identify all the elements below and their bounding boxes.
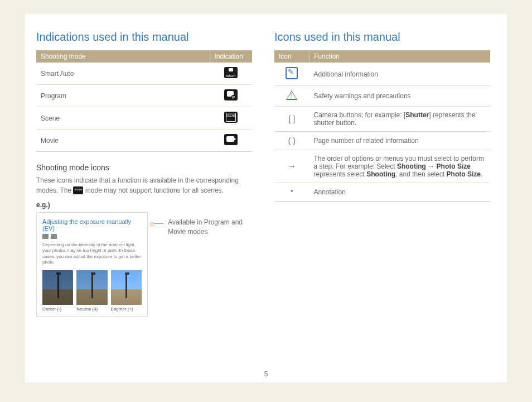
example-box: Adjusting the exposure manually (EV) Dep… <box>36 212 148 317</box>
warning-icon <box>286 90 297 100</box>
table-row: ( ) Page number of related information <box>274 132 490 150</box>
indication-cell <box>210 130 252 152</box>
example-title-text: Adjusting the exposure manually (EV) <box>42 218 142 232</box>
manual-page: Indications used in this manual Shooting… <box>25 14 507 382</box>
function-cell: Additional information <box>309 63 491 86</box>
right-heading: Icons used in this manual <box>274 31 490 44</box>
th-function: Function <box>309 50 491 63</box>
example-wrapper: Adjusting the exposure manually (EV) Dep… <box>36 212 252 317</box>
indication-cell <box>210 85 252 107</box>
function-cell: Camera buttons; for example: [Shutter] r… <box>309 107 491 132</box>
function-cell: Safety warnings and precautions <box>309 86 491 107</box>
star-symbol: * <box>274 183 309 202</box>
mode-cell: Movie <box>36 130 210 152</box>
thumb-image <box>42 270 73 305</box>
callout-text: Available in Program and Movie modes <box>168 218 252 237</box>
table-row: [ ] Camera buttons; for example: [Shutte… <box>274 107 490 132</box>
table-row: * Annotation <box>274 183 490 202</box>
bold-text: Photo Size <box>447 170 481 178</box>
thumb-label: Darker (-) <box>42 307 73 312</box>
desc-text-after: mode may not support functions for all s… <box>85 186 224 194</box>
text: represents select <box>314 170 367 178</box>
bold-text: Photo Size <box>437 162 471 170</box>
thumb-label: Brighter (+) <box>111 307 142 312</box>
table-row: → The order of options or menus you must… <box>274 150 490 183</box>
scene-inline-icon <box>73 186 83 194</box>
text: Camera buttons; for example: [ <box>314 111 406 119</box>
parens-symbol: ( ) <box>274 132 309 150</box>
bold-text: Shooting <box>366 170 395 178</box>
arrow-symbol: → <box>274 150 309 183</box>
th-icon: Icon <box>274 50 309 63</box>
right-column: Icons used in this manual Icon Function … <box>274 31 490 377</box>
example-title: Adjusting the exposure manually (EV) <box>42 218 142 239</box>
table-row: Movie <box>36 130 252 152</box>
table-header-row: Shooting mode Indication <box>36 50 252 63</box>
mode-cell: Scene <box>36 107 210 130</box>
table-row: Scene <box>36 107 252 130</box>
mode-cell: Smart Auto <box>36 63 210 85</box>
th-shooting-mode: Shooting mode <box>36 50 210 63</box>
example-desc: Depending on the intensity of the ambien… <box>42 242 142 266</box>
thumb-image <box>111 270 142 305</box>
table-header-row: Icon Function <box>274 50 490 63</box>
icon-cell <box>274 86 309 107</box>
function-cell: Annotation <box>309 183 491 202</box>
function-cell: Page number of related information <box>309 132 491 150</box>
shooting-icons-desc: These icons indicate that a function is … <box>36 175 252 195</box>
info-icon <box>286 67 298 79</box>
indication-cell <box>210 107 252 130</box>
bold-text: Shutter <box>405 111 429 119</box>
table-row: Additional information <box>274 63 490 86</box>
thumb-label: Neutral (0) <box>76 307 107 312</box>
thumb-image <box>76 270 107 305</box>
left-column: Indications used in this manual Shooting… <box>36 31 252 377</box>
shooting-mode-table: Shooting mode Indication Smart Auto Prog… <box>36 50 252 152</box>
movie-mini-icon <box>51 234 57 239</box>
table-row: Program <box>36 85 252 107</box>
example-thumbnails: Darker (-) Neutral (0) Brighter (+) <box>42 270 142 312</box>
subheading-shooting-icons: Shooting mode icons <box>36 163 252 172</box>
program-mini-icon <box>42 234 49 239</box>
mode-cell: Program <box>36 85 210 107</box>
table-row: Smart Auto <box>36 63 252 85</box>
thumb-darker: Darker (-) <box>42 270 73 312</box>
text: , and then select <box>395 170 446 178</box>
thumb-neutral: Neutral (0) <box>76 270 107 312</box>
left-heading: Indications used in this manual <box>36 31 252 44</box>
thumb-brighter: Brighter (+) <box>111 270 142 312</box>
th-indication: Indication <box>210 50 252 63</box>
text: . <box>481 170 482 178</box>
callout-leader-line <box>152 223 163 224</box>
scene-icon <box>224 112 238 123</box>
text: → <box>426 162 437 170</box>
movie-icon <box>224 134 238 145</box>
icon-cell <box>274 63 309 86</box>
icons-table: Icon Function Additional information Saf… <box>274 50 490 202</box>
page-number: 5 <box>25 370 507 378</box>
brackets-symbol: [ ] <box>274 107 309 132</box>
example-label: e.g.) <box>36 201 252 209</box>
bold-text: Shooting <box>397 162 426 170</box>
program-icon <box>224 89 238 100</box>
function-cell: The order of options or menus you must s… <box>309 150 491 183</box>
table-row: Safety warnings and precautions <box>274 86 490 107</box>
smart-auto-icon <box>224 67 238 78</box>
indication-cell <box>210 63 252 85</box>
